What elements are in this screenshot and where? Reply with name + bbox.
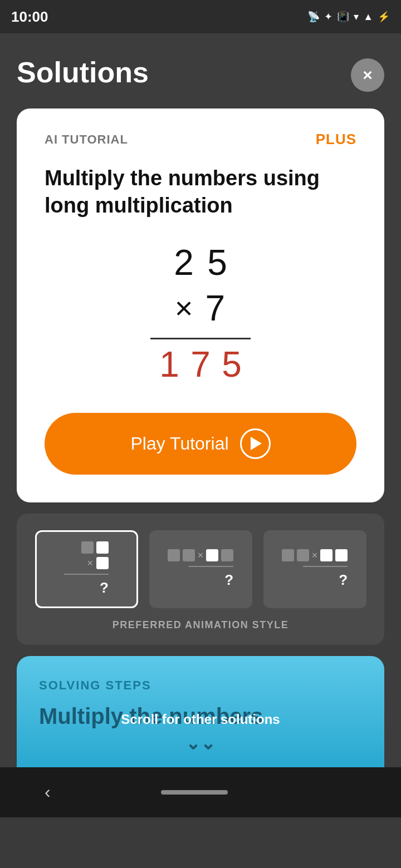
play-tutorial-button[interactable]: Play Tutorial [45,413,356,475]
mini-question: ? [100,579,109,596]
header: Solutions × [17,45,384,108]
anim-preview-1: × ? [35,530,138,608]
mini-block-g [320,549,332,561]
result-digit-1: 1 [158,344,180,385]
mini-question-2: ? [224,571,233,589]
card-title: Multiply the numbers using long multipli… [45,165,356,220]
animation-options: × ? × [31,530,370,608]
card-header: AI TUTORIAL PLUS [45,131,356,148]
mini-op-2: × [198,550,204,561]
mini-line-3 [303,566,348,567]
mini-blocks-top-3: × [282,549,348,561]
mini-blocks-top [81,541,109,554]
math-line [150,338,251,339]
mini-op-3: × [312,550,318,561]
tutorial-card: AI TUTORIAL PLUS Multiply the numbers us… [17,108,384,502]
status-icons: 📡 ✦ 📳 ▾ ▲ ⚡ [307,11,390,23]
mini-block-white-2 [96,557,109,569]
close-button[interactable]: × [351,58,384,92]
nav-bar: ‹ [0,767,401,817]
mini-block-e [282,549,294,561]
scroll-chevron-icon: ⌄⌄ [121,733,280,754]
scroll-hint-text: Scroll for other solutions [121,712,280,727]
mini-question-3: ? [339,571,348,589]
mini-line-2 [189,566,233,567]
solving-steps-section[interactable]: SOLVING STEPS Multiply the numbers Scrol… [17,656,384,767]
animation-option-1[interactable]: × ? [35,530,138,608]
animation-selector: × ? × [17,514,384,645]
mini-blocks-top-2: × [168,549,234,561]
battery-icon: ⚡ [378,11,390,23]
mini-block-a [168,549,180,561]
mini-block-h [335,549,348,561]
ai-tutorial-label: AI TUTORIAL [45,132,128,147]
vibrate-icon: 📳 [337,11,349,23]
math-operator: × [175,290,193,326]
signal-icon: ▲ [363,11,373,23]
mini-block-white [96,541,109,554]
math-result-row: 1 7 5 [158,344,243,385]
math-top-row: 2 5 [173,242,228,283]
play-triangle-icon [251,437,262,450]
anim-preview-3: × ? [263,530,366,608]
math-display: 2 5 × 7 1 7 5 [45,242,356,385]
scroll-hint: Scroll for other solutions ⌄⌄ [121,712,280,754]
anim-mini-eq-2: × ? [168,549,234,589]
back-button[interactable]: ‹ [45,782,51,802]
mini-line [64,574,109,575]
cast-icon: 📡 [307,11,320,23]
top-number-1: 2 [173,242,195,283]
bottom-number: 7 [204,288,226,329]
animation-option-2[interactable]: × ? [149,530,252,608]
plus-badge: PLUS [316,131,356,148]
animation-option-3[interactable]: × ? [263,530,366,608]
result-digit-2: 7 [189,344,212,385]
solving-steps-label: SOLVING STEPS [39,678,362,693]
animation-style-label: PREFERRED ANIMATION STYLE [31,619,370,631]
math-operator-row: × 7 [175,288,227,329]
page-title: Solutions [17,56,149,89]
bluetooth-icon: ✦ [324,11,332,23]
mini-block [81,541,94,554]
top-number-2: 5 [206,242,228,283]
main-content: Solutions × AI TUTORIAL PLUS Multiply th… [0,33,401,767]
status-bar: 10:00 📡 ✦ 📳 ▾ ▲ ⚡ [0,0,401,33]
mini-block-c [206,549,218,561]
mini-block-f [297,549,309,561]
mini-block-d [221,549,233,561]
play-tutorial-label: Play Tutorial [130,433,228,454]
play-icon-circle [240,428,271,459]
home-pill[interactable] [161,790,228,795]
mini-op: × [87,558,93,569]
close-icon: × [363,67,373,83]
result-digit-3: 5 [221,344,243,385]
anim-mini-eq-1: × ? [64,541,109,596]
status-time: 10:00 [11,8,48,26]
mini-block-b [183,549,195,561]
anim-mini-eq-3: × ? [282,549,348,589]
anim-preview-2: × ? [149,530,252,608]
wifi-icon: ▾ [354,11,359,23]
